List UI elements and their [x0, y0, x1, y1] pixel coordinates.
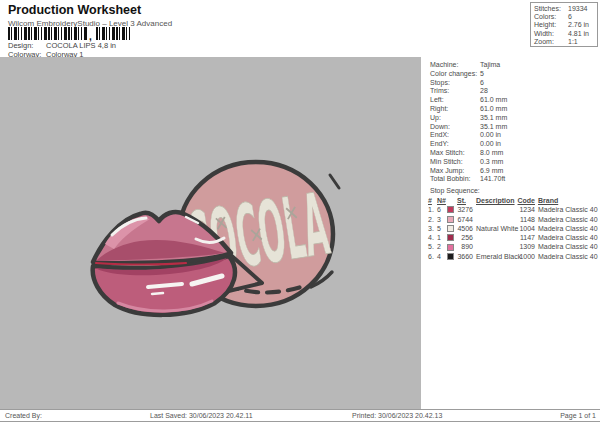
summary-value: 4.81 in	[568, 30, 589, 38]
thread-brand: Madeira Classic 40	[538, 205, 600, 214]
machine-info-label: Right:	[430, 105, 480, 114]
stitch-count: 6744	[452, 215, 473, 224]
thread-brand: Madeira Classic 40	[538, 252, 600, 261]
machine-info-row: Trims: 28	[430, 87, 595, 96]
col-header-st: St.	[457, 196, 466, 205]
worksheet-header: Production Worksheet Wilcom EmbroiderySt…	[0, 0, 600, 57]
machine-info-label: Down:	[430, 123, 480, 132]
machine-info-label: EndX:	[430, 131, 480, 140]
summary-row: Stitches: 19334	[534, 5, 594, 13]
stitch-count: 3276	[452, 205, 473, 214]
stitch-count: 4506	[452, 224, 473, 233]
created-by-label: Created By:	[5, 410, 42, 422]
machine-info-label: Color changes:	[430, 70, 480, 79]
summary-label: Stitches:	[534, 5, 568, 13]
machine-info-row: Color changes: 5	[430, 70, 595, 79]
page-number: Page 1 of 1	[560, 410, 596, 422]
machine-info-row: Up: 35.1 mm	[430, 114, 595, 123]
stop-sequence-row: 3. 5 4506 Natural White 1004 Madeira Cla…	[421, 224, 600, 233]
stop-sequence-rows: 1. 6 3276 1234 Madeira Classic 40 2. 3 6…	[421, 205, 600, 261]
col-header-brand: Brand	[538, 196, 600, 205]
machine-info-row: Stops: 6	[430, 79, 595, 88]
summary-label: Zoom:	[534, 38, 568, 46]
machine-info-value: 61.0 mm	[480, 96, 507, 105]
stop-num: 3.	[428, 224, 437, 233]
thread-brand: Madeira Classic 40	[538, 233, 600, 242]
machine-info-row: EndY: 0.00 in	[430, 140, 595, 149]
col-header-num: #	[428, 196, 437, 205]
machine-info-row: Down: 35.1 mm	[430, 123, 595, 132]
thread-code: 1148	[514, 215, 535, 224]
design-label: Design:	[8, 41, 46, 50]
machine-info-row: EndX: 0.00 in	[430, 131, 595, 140]
needle-num: 2	[437, 242, 446, 251]
needle-num: 1	[437, 233, 446, 242]
machine-info-row: Machine: Tajima	[430, 61, 595, 70]
machine-info-label: Up:	[430, 114, 480, 123]
summary-row: Colors: 6	[534, 13, 594, 21]
machine-info-value: 0.00 in	[480, 140, 501, 149]
machine-info-label: Machine:	[430, 61, 480, 70]
stop-sequence-row: 2. 3 6744 1148 Madeira Classic 40	[421, 215, 600, 224]
machine-info-value: 8.0 mm	[480, 149, 503, 158]
summary-row: Width: 4.81 in	[534, 30, 594, 38]
design-info-panel: Machine: Tajima Color changes: 5 Stops: …	[421, 57, 600, 409]
last-saved-label: Last Saved: 30/06/2023 20.42.11	[150, 410, 253, 422]
machine-info-label: Min Stitch:	[430, 158, 480, 167]
summary-label: Width:	[534, 30, 568, 38]
barcode-segment	[96, 27, 132, 40]
summary-row: Zoom: 1:1	[534, 38, 594, 46]
col-header-n: N#	[437, 196, 446, 205]
printed-label: Printed: 30/06/2023 20.42.13	[352, 410, 442, 422]
machine-info-label: Max Stitch:	[430, 149, 480, 158]
stop-sequence-row: 1. 6 3276 1234 Madeira Classic 40	[421, 205, 600, 214]
stitch-count: 890	[452, 242, 473, 251]
machine-info-row: Max Jump: 6.9 mm	[430, 167, 595, 176]
machine-info-label: Left:	[430, 96, 480, 105]
embroidery-design-lips-bubble: COCOLA	[0, 57, 421, 409]
machine-info-list: Machine: Tajima Color changes: 5 Stops: …	[430, 61, 595, 184]
stitch-count: 3660	[452, 252, 473, 261]
machine-info-label: Stops:	[430, 79, 480, 88]
summary-row: Height: 2.76 in	[534, 21, 594, 29]
thread-brand: Madeira Classic 40	[538, 215, 600, 224]
stop-num: 1.	[428, 205, 437, 214]
design-canvas[interactable]: COCOLA	[0, 57, 421, 409]
machine-info-value: 35.1 mm	[480, 123, 507, 132]
thread-brand: Madeira Classic 40	[538, 224, 600, 233]
stop-sequence-table: # N# St. Description Code Brand 1. 6 327…	[421, 196, 600, 261]
machine-info-label: Max Jump:	[430, 167, 480, 176]
col-header-code: Code	[514, 196, 535, 205]
machine-info-row: Min Stitch: 0.3 mm	[430, 158, 595, 167]
machine-info-row: Total Bobbin: 141.70ft	[430, 175, 595, 184]
machine-info-value: 5	[480, 70, 484, 79]
barcode-separator: ,	[89, 34, 92, 40]
machine-info-value: 0.3 mm	[480, 158, 503, 167]
summary-label: Colors:	[534, 13, 568, 21]
bubble-outline-accent	[330, 175, 339, 188]
machine-info-label: Trims:	[430, 87, 480, 96]
summary-value: 19334	[568, 5, 587, 13]
design-name-row: Design:COCOLA LIPS 4,8 in	[8, 41, 116, 50]
thread-code: 1234	[514, 205, 535, 214]
machine-info-value: 35.1 mm	[480, 114, 507, 123]
stop-sequence-title: Stop Sequence:	[430, 187, 480, 194]
stitch-count: 256	[452, 233, 473, 242]
machine-info-value: 28	[480, 87, 488, 96]
machine-info-row: Right: 61.0 mm	[430, 105, 595, 114]
stop-num: 4.	[428, 233, 437, 242]
needle-num: 5	[437, 224, 446, 233]
needle-num: 3	[437, 215, 446, 224]
machine-info-value: 6	[480, 79, 484, 88]
thread-brand: Madeira Classic 40	[538, 242, 600, 251]
machine-info-label: Total Bobbin:	[430, 175, 480, 184]
thread-code: 1309	[514, 242, 535, 251]
stop-num: 2.	[428, 215, 437, 224]
summary-label: Height:	[534, 21, 568, 29]
needle-num: 6	[437, 205, 446, 214]
machine-info-value: 0.00 in	[480, 131, 501, 140]
stop-num: 5.	[428, 242, 437, 251]
summary-value: 1:1	[568, 38, 578, 46]
summary-value: 2.76 in	[568, 21, 589, 29]
needle-num: 4	[437, 252, 446, 261]
